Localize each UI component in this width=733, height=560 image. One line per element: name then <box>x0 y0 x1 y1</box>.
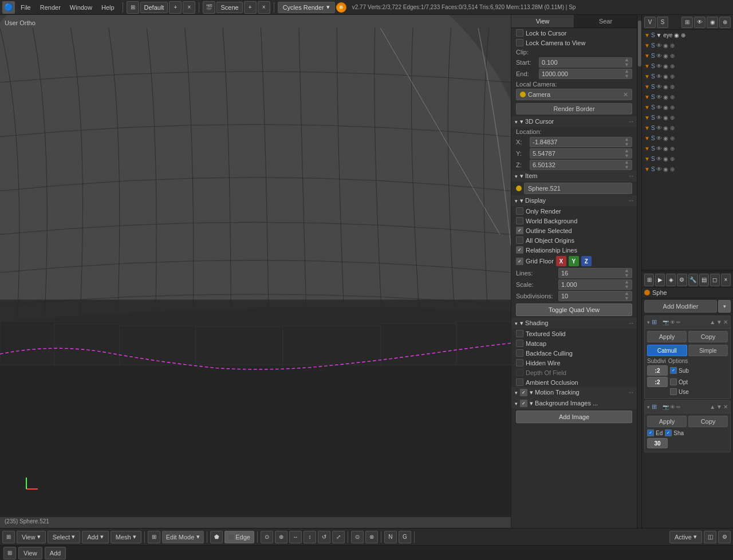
cursor-z-field[interactable]: 6.50132 ▲▼ <box>530 160 632 170</box>
mod2-apply-btn[interactable]: Apply <box>647 416 687 427</box>
cursor-x-field[interactable]: -1.84837 ▲▼ <box>530 137 632 147</box>
status-icon1[interactable]: ⊞ <box>3 547 16 559</box>
outliner-item[interactable]: ▼ S 👁 ◉ ⊕ <box>642 123 733 133</box>
outliner-item[interactable]: ▼ S 👁 ◉ ⊕ <box>642 71 733 81</box>
transform-icon3[interactable]: ↕ <box>304 531 316 543</box>
outliner-item[interactable]: ▼ S 👁 ◉ ⊕ <box>642 81 733 92</box>
mod2-value-field[interactable]: 30 <box>647 438 668 448</box>
display-header[interactable]: ▾ ▾ Display ··· <box>511 195 637 206</box>
add-scene-icon[interactable]: + <box>244 1 257 14</box>
outliner-item[interactable]: ▼ S 👁 ◉ ⊕ <box>642 40 733 50</box>
mod2-collapse-icon[interactable]: ▾ <box>647 404 650 410</box>
sub-checkbox[interactable] <box>670 367 677 374</box>
add-menu-btn[interactable]: Add ▾ <box>82 531 109 543</box>
ed-checkbox[interactable] <box>647 429 654 436</box>
props-btn6[interactable]: ▤ <box>699 274 709 286</box>
outliner-item[interactable]: ▼ S 👁 ◉ ⊕ <box>642 133 733 143</box>
menu-window[interactable]: Window <box>65 3 97 12</box>
status-add-btn[interactable]: Add <box>45 547 66 559</box>
menu-render[interactable]: Render <box>36 3 65 12</box>
view-menu-btn[interactable]: View ▾ <box>17 531 46 543</box>
render-border-btn[interactable]: Render Border <box>516 103 632 115</box>
use-checkbox[interactable] <box>670 388 677 395</box>
transform-icon1[interactable]: ⊕ <box>275 531 287 543</box>
outliner-item[interactable]: ▼ S 👁 ◉ ⊕ <box>642 153 733 164</box>
mod-eye-icon[interactable]: 👁 <box>670 320 675 325</box>
screen-layout-icon[interactable]: ⊞ <box>127 1 139 14</box>
scene-selector[interactable]: Scene <box>216 2 242 13</box>
camera-field[interactable]: Camera ✕ <box>516 89 632 100</box>
outliner-icon1[interactable]: ⊞ <box>681 17 693 28</box>
add-workspace-icon[interactable]: + <box>169 1 182 14</box>
normal-icon[interactable]: N <box>384 531 397 543</box>
active-dropdown[interactable]: Active ▾ <box>669 531 702 543</box>
grid-z-btn[interactable]: Z <box>581 256 592 266</box>
props-btn5[interactable]: 🔧 <box>688 274 698 286</box>
pivot-dropdown[interactable]: ⊙ <box>261 531 273 543</box>
shading-header[interactable]: ▾ ▾ Shading ··· <box>511 318 637 329</box>
mod-edit-icon[interactable]: ✏ <box>676 320 681 325</box>
viewport-3d[interactable]: User Ortho <box>0 15 511 528</box>
props-btn7[interactable]: ◻ <box>710 274 720 286</box>
mesh-menu-btn[interactable]: Mesh ▾ <box>111 531 141 543</box>
textured-solid-checkbox[interactable] <box>516 330 523 337</box>
item-header[interactable]: ▾ ▾ Item ··· <box>511 171 637 182</box>
props-btn3[interactable]: ◈ <box>666 274 676 286</box>
grid-x-btn[interactable]: X <box>556 256 566 266</box>
scene-icon[interactable]: 🎬 <box>203 1 215 14</box>
only-render-checkbox[interactable] <box>516 207 523 215</box>
catmull-btn[interactable]: Catmull <box>647 345 687 356</box>
n-panel-search-tab[interactable]: Sear <box>574 15 637 27</box>
options-tab[interactable]: Options <box>668 358 688 364</box>
camera-clear-icon[interactable]: ✕ <box>623 91 628 98</box>
mod2-copy-btn[interactable]: Copy <box>688 416 728 427</box>
mod2-edit-icon[interactable]: ✏ <box>676 404 681 410</box>
global-icon[interactable]: G <box>399 531 411 543</box>
layers-icon[interactable]: ◫ <box>704 531 716 543</box>
props-btn8[interactable]: × <box>721 274 731 286</box>
proportional-icon[interactable]: ⊗ <box>365 531 378 543</box>
mod-up-btn[interactable]: ▲ <box>710 319 715 325</box>
view-subdiv-field[interactable]: :2 <box>647 377 668 387</box>
lock-to-cursor-checkbox[interactable] <box>516 29 523 37</box>
blender-icon[interactable]: 🔵 <box>2 1 15 14</box>
simple-btn[interactable]: Simple <box>688 345 728 356</box>
select-menu-btn[interactable]: Select ▾ <box>48 531 81 543</box>
relationship-lines-checkbox[interactable] <box>516 246 523 254</box>
edit-mode-dropdown[interactable]: Edit Mode ▾ <box>162 531 204 543</box>
clip-end-field[interactable]: 1000.000 ▲▼ <box>539 69 632 79</box>
outliner-icon2[interactable]: 👁 <box>694 17 706 28</box>
motion-tracking-header[interactable]: ▾ ▾ Motion Tracking ··· <box>511 387 637 398</box>
outliner-search-btn[interactable]: S <box>657 17 668 28</box>
props-btn2[interactable]: ▶ <box>655 274 665 286</box>
scale-field[interactable]: 1.000 ▲▼ <box>558 279 632 290</box>
outliner-item[interactable]: ▼ S 👁 ◉ ⊕ <box>642 164 733 174</box>
ambient-occlusion-checkbox[interactable] <box>516 378 523 386</box>
scene-settings-icon[interactable]: ⚙ <box>718 531 731 543</box>
background-images-header[interactable]: ▾ ▾ Background Images ... <box>511 398 637 409</box>
outliner-item[interactable]: ▼ S 👁 ◉ ⊕ <box>642 92 733 102</box>
transform-icon2[interactable]: ↔ <box>289 531 302 543</box>
n-panel-scrollbar[interactable] <box>637 15 641 528</box>
mod2-up-btn[interactable]: ▲ <box>710 404 715 410</box>
opt-checkbox[interactable] <box>670 378 677 385</box>
remove-scene-icon[interactable]: × <box>258 1 270 14</box>
cursor-y-field[interactable]: 5.54787 ▲▼ <box>530 148 632 159</box>
outliner-view-btn[interactable]: V <box>644 17 656 28</box>
grid-y-btn[interactable]: Y <box>569 256 579 266</box>
status-view-btn[interactable]: View <box>18 547 42 559</box>
vertex-select-icon[interactable]: ⬟ <box>210 531 223 543</box>
mod-camera-icon[interactable]: 📷 <box>663 320 669 325</box>
mod-collapse-icon[interactable]: ▾ <box>647 320 650 325</box>
backface-culling-checkbox[interactable] <box>516 349 523 357</box>
subdivi-tab[interactable]: Subdivi <box>647 358 666 364</box>
lines-field[interactable]: 16 ▲▼ <box>558 268 632 278</box>
lock-camera-checkbox[interactable] <box>516 39 523 46</box>
mod2-down-btn[interactable]: ▼ <box>716 404 722 410</box>
mod2-camera-icon[interactable]: 📷 <box>663 404 669 410</box>
outliner-item[interactable]: ▼ S ▼ eye ◉ ⊕ <box>642 30 733 40</box>
add-modifier-btn[interactable]: Add Modifier <box>644 300 717 313</box>
all-origins-checkbox[interactable] <box>516 236 523 244</box>
mod-down-btn[interactable]: ▼ <box>716 319 722 325</box>
add-modifier-dropdown[interactable]: ▾ <box>718 300 731 313</box>
